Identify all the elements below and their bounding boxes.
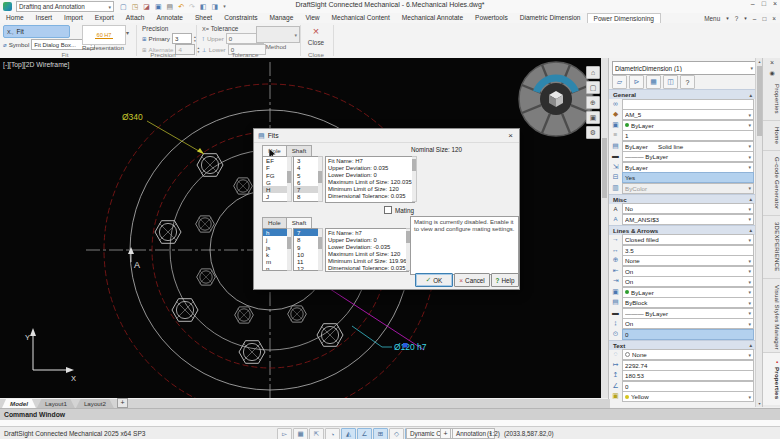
arrowhead-select[interactable]: Closed filled▾ <box>622 234 754 245</box>
text-color-select[interactable]: Yellow▾ <box>622 391 754 402</box>
scale-select[interactable]: ByLayer▾ <box>622 162 754 173</box>
text-position-x-field[interactable]: 2292.74 <box>622 360 754 371</box>
list-item[interactable]: F <box>263 164 287 171</box>
tolerance-method-select[interactable]: ▾ <box>256 26 300 43</box>
scrollbar[interactable] <box>318 228 323 271</box>
ext-offset-field[interactable]: 0 <box>622 329 754 340</box>
tab-export[interactable]: Export <box>89 13 120 23</box>
minimize-icon[interactable]: ‒ <box>751 0 755 7</box>
doc-next-icon[interactable]: ◨ <box>212 2 219 11</box>
tab-insert[interactable]: Insert <box>30 13 59 23</box>
dynamic-input-toggle[interactable]: ⊞ <box>373 428 388 439</box>
new-file-icon[interactable]: ▢ <box>120 2 127 11</box>
section-header-general[interactable]: General ▴ <box>609 89 756 99</box>
navigation-wheel[interactable] <box>519 62 593 136</box>
doc-close-icon[interactable]: × <box>772 15 776 22</box>
palette-tab-home[interactable]: Home <box>763 121 780 151</box>
ext-line-weight-select[interactable]: ——— ByLayer▾ <box>622 308 754 319</box>
line-color-select[interactable]: ByLayer▾ <box>622 120 754 131</box>
palette-tab-3d-experience[interactable]: 3DEXPERIENCE <box>763 216 780 278</box>
fit-button[interactable]: X., Fit <box>3 25 70 38</box>
list-item[interactable]: 12 <box>294 265 318 271</box>
line-weight-select[interactable]: ——— ByLayer▾ <box>622 151 754 162</box>
list-item[interactable]: m <box>263 258 287 265</box>
print-select[interactable]: Yes <box>622 172 754 183</box>
pointer-snap-toggle[interactable]: ▻ <box>277 428 292 439</box>
list-item[interactable]: 9 <box>294 244 318 251</box>
workspace-select[interactable]: Drafting and Annotation ▾ <box>16 1 114 12</box>
hole-grade-list[interactable]: 3 4 5 6 7 8 <box>293 156 319 202</box>
select-entities-button[interactable]: ⊳ <box>629 75 644 89</box>
hole-letter-list[interactable]: EF F FG G H J <box>262 156 288 202</box>
arrow-size-field[interactable]: 3.5 <box>622 245 754 256</box>
palette-tab-visual-styles-manager[interactable]: Visual Styles Manager <box>763 279 780 357</box>
view-cube-button[interactable]: ▢ <box>586 81 600 94</box>
section-header-text[interactable]: Text ▴ <box>609 340 756 350</box>
palette-tab-properties-active[interactable]: ▪ Properties <box>763 352 780 405</box>
mating-checkbox[interactable]: Mating <box>384 206 414 214</box>
primary-precision-input[interactable]: 3 <box>172 33 192 44</box>
dim-line-1-select[interactable]: On▾ <box>622 266 754 277</box>
pick-point-button[interactable]: ◫ <box>663 75 678 89</box>
list-item[interactable]: 5 <box>294 172 318 179</box>
scrollbar[interactable] <box>287 228 292 271</box>
add-sheet-button[interactable]: + <box>117 398 128 408</box>
collapse-icon[interactable]: ▴ <box>749 92 752 98</box>
ribbon-collapse-icon[interactable]: ▾ <box>744 15 747 21</box>
list-item[interactable]: G <box>263 179 287 186</box>
doc-minimize-icon[interactable]: ‒ <box>753 15 757 22</box>
tab-powertools[interactable]: Powertools <box>469 13 514 23</box>
close-icon[interactable]: × <box>773 0 777 7</box>
annotative-select[interactable]: No▾ <box>622 203 754 214</box>
center-mark-select[interactable]: None▾ <box>622 255 754 266</box>
tab-annotate[interactable]: Annotate <box>151 13 189 23</box>
section-header-lines-arrows[interactable]: Lines & Arrows ▴ <box>609 225 756 235</box>
text-rotation-field[interactable]: 0 <box>622 381 754 392</box>
scrollbar[interactable] <box>287 156 292 202</box>
list-item[interactable]: n <box>263 265 287 271</box>
help-button[interactable]: ? <box>680 75 695 89</box>
dimension-style-select[interactable]: AM_ANSI$3▾ <box>622 214 754 225</box>
dim-line-2-select[interactable]: On▾ <box>622 276 754 287</box>
ext-line-1-select[interactable]: On▾ <box>622 318 754 329</box>
line-style-select[interactable]: ByLayer Solid line▾ <box>622 141 754 152</box>
close-ribbon-label[interactable]: Close <box>302 39 330 46</box>
more-commands-icon[interactable]: ▾ <box>223 2 226 11</box>
sheet-tab-model[interactable]: Model <box>2 399 36 408</box>
tab-diametric-dimension[interactable]: Diametric Dimension <box>514 13 587 23</box>
esnap-toggle[interactable]: ◭ <box>341 428 356 439</box>
maximize-icon[interactable]: □ <box>762 0 766 7</box>
home-view-button[interactable]: ⌂ <box>586 66 600 79</box>
line-scale-field[interactable]: 1 <box>622 130 754 141</box>
drawing-scrollbar[interactable] <box>601 58 608 398</box>
tab-manage[interactable]: Manage <box>264 13 300 23</box>
representation-preview[interactable]: 60 H7 <box>82 25 126 45</box>
zoom-target-button[interactable]: ⊕ <box>586 96 600 109</box>
tab-sheet[interactable]: Sheet <box>189 13 218 23</box>
ortho-toggle[interactable]: ⇱ <box>309 428 324 439</box>
text-position-y-field[interactable]: 180.53 <box>622 370 754 381</box>
collapse-icon[interactable]: ▴ <box>749 342 752 348</box>
entity-selector[interactable]: DiametricDimension (1) ▾ <box>612 61 756 75</box>
fits-dialog-titlebar[interactable]: ▤ Fits × <box>254 129 519 143</box>
quick-select-button[interactable]: ▦ <box>646 75 661 89</box>
viewport-label[interactable]: [-][Top][2D Wireframe] <box>3 61 69 68</box>
etrack-toggle[interactable]: ∠ <box>357 428 372 439</box>
tab-power-dimensioning[interactable]: Power Dimensioning <box>587 13 661 24</box>
scrollbar[interactable] <box>318 156 323 202</box>
tab-constraints[interactable]: Constraints <box>218 13 263 23</box>
collapse-icon[interactable]: ▴ <box>749 227 752 233</box>
list-item[interactable]: 10 <box>294 251 318 258</box>
list-item[interactable]: EF <box>263 157 287 164</box>
sheet-tab-layout2[interactable]: Layout2 <box>76 399 114 408</box>
print-icon[interactable]: ▤ <box>167 2 174 11</box>
collapse-icon[interactable]: ▴ <box>749 196 752 202</box>
edit-annotation-button[interactable]: ▱ <box>612 75 627 89</box>
list-item[interactable]: J <box>263 193 287 200</box>
list-item[interactable]: k <box>263 251 287 258</box>
grip-point[interactable] <box>403 343 408 348</box>
list-item[interactable]: FG <box>263 172 287 179</box>
list-item[interactable]: 3 <box>294 157 318 164</box>
lineweight-toggle[interactable]: ◇ <box>389 428 404 439</box>
tab-mechanical-annotate[interactable]: Mechanical Annotate <box>396 13 469 23</box>
